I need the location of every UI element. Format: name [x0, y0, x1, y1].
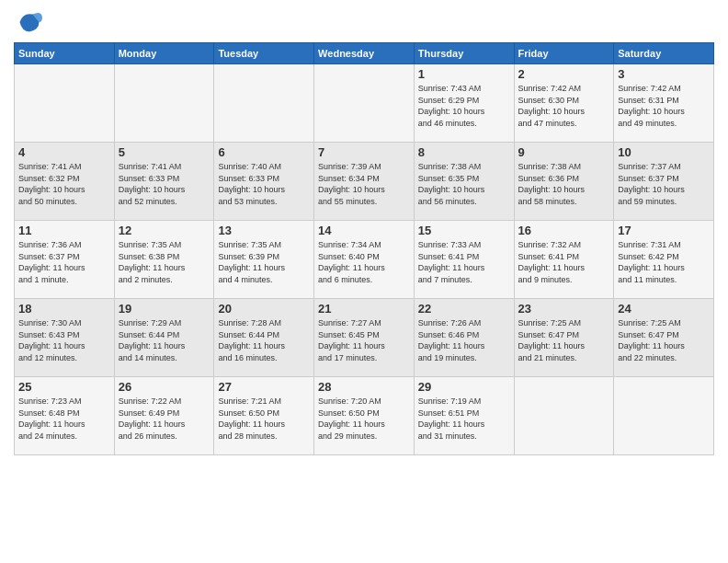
day-info: Sunrise: 7:37 AM Sunset: 6:37 PM Dayligh…: [618, 161, 710, 207]
day-cell: [114, 64, 214, 143]
col-wednesday: Wednesday: [314, 43, 415, 64]
day-info: Sunrise: 7:28 AM Sunset: 6:44 PM Dayligh…: [218, 317, 310, 363]
day-number: 20: [218, 302, 310, 316]
day-info: Sunrise: 7:32 AM Sunset: 6:41 PM Dayligh…: [518, 239, 610, 285]
day-cell: 28Sunrise: 7:20 AM Sunset: 6:50 PM Dayli…: [314, 377, 415, 455]
day-number: 16: [518, 224, 610, 237]
day-number: 7: [318, 145, 410, 159]
day-cell: 1Sunrise: 7:43 AM Sunset: 6:29 PM Daylig…: [414, 64, 514, 143]
calendar-table: Sunday Monday Tuesday Wednesday Thursday…: [14, 42, 714, 455]
day-cell: [514, 377, 614, 455]
day-info: Sunrise: 7:38 AM Sunset: 6:35 PM Dayligh…: [418, 161, 510, 207]
day-number: 1: [418, 67, 510, 81]
day-info: Sunrise: 7:42 AM Sunset: 6:31 PM Dayligh…: [618, 83, 710, 129]
day-info: Sunrise: 7:33 AM Sunset: 6:41 PM Dayligh…: [418, 239, 510, 285]
day-info: Sunrise: 7:40 AM Sunset: 6:33 PM Dayligh…: [218, 161, 310, 207]
day-cell: [214, 64, 314, 143]
week-row-0: 1Sunrise: 7:43 AM Sunset: 6:29 PM Daylig…: [15, 64, 714, 143]
day-number: 22: [418, 302, 510, 316]
day-info: Sunrise: 7:22 AM Sunset: 6:49 PM Dayligh…: [119, 396, 210, 442]
day-cell: 24Sunrise: 7:25 AM Sunset: 6:47 PM Dayli…: [614, 299, 714, 377]
day-info: Sunrise: 7:38 AM Sunset: 6:36 PM Dayligh…: [518, 161, 610, 207]
day-number: 27: [218, 380, 310, 394]
day-info: Sunrise: 7:36 AM Sunset: 6:37 PM Dayligh…: [18, 239, 110, 285]
day-cell: 9Sunrise: 7:38 AM Sunset: 6:36 PM Daylig…: [514, 143, 614, 221]
day-info: Sunrise: 7:39 AM Sunset: 6:34 PM Dayligh…: [318, 161, 410, 207]
day-number: 2: [518, 67, 610, 81]
day-cell: 11Sunrise: 7:36 AM Sunset: 6:37 PM Dayli…: [15, 221, 115, 299]
day-number: 14: [318, 224, 410, 237]
day-info: Sunrise: 7:25 AM Sunset: 6:47 PM Dayligh…: [618, 317, 710, 363]
day-info: Sunrise: 7:20 AM Sunset: 6:50 PM Dayligh…: [318, 396, 410, 442]
day-cell: 18Sunrise: 7:30 AM Sunset: 6:43 PM Dayli…: [15, 299, 115, 377]
day-info: Sunrise: 7:31 AM Sunset: 6:42 PM Dayligh…: [618, 239, 710, 285]
day-info: Sunrise: 7:34 AM Sunset: 6:40 PM Dayligh…: [318, 239, 410, 285]
day-number: 23: [518, 302, 610, 316]
day-cell: [614, 377, 714, 455]
day-cell: 27Sunrise: 7:21 AM Sunset: 6:50 PM Dayli…: [214, 377, 314, 455]
day-cell: 7Sunrise: 7:39 AM Sunset: 6:34 PM Daylig…: [314, 143, 415, 221]
day-cell: 16Sunrise: 7:32 AM Sunset: 6:41 PM Dayli…: [514, 221, 614, 299]
day-info: Sunrise: 7:27 AM Sunset: 6:45 PM Dayligh…: [318, 317, 410, 363]
day-info: Sunrise: 7:19 AM Sunset: 6:51 PM Dayligh…: [418, 396, 510, 442]
col-sunday: Sunday: [15, 43, 115, 64]
day-cell: [15, 64, 115, 143]
week-row-2: 11Sunrise: 7:36 AM Sunset: 6:37 PM Dayli…: [15, 221, 714, 299]
day-number: 25: [18, 380, 110, 394]
day-cell: 13Sunrise: 7:35 AM Sunset: 6:39 PM Dayli…: [214, 221, 314, 299]
day-cell: 22Sunrise: 7:26 AM Sunset: 6:46 PM Dayli…: [414, 299, 514, 377]
day-number: 5: [119, 145, 210, 159]
week-row-3: 18Sunrise: 7:30 AM Sunset: 6:43 PM Dayli…: [15, 299, 714, 377]
day-number: 3: [618, 67, 710, 81]
day-number: 18: [18, 302, 110, 316]
col-friday: Friday: [514, 43, 614, 64]
day-cell: 17Sunrise: 7:31 AM Sunset: 6:42 PM Dayli…: [614, 221, 714, 299]
day-cell: 3Sunrise: 7:42 AM Sunset: 6:31 PM Daylig…: [614, 64, 714, 143]
logo: [14, 9, 42, 35]
day-info: Sunrise: 7:25 AM Sunset: 6:47 PM Dayligh…: [518, 317, 610, 363]
day-number: 11: [18, 224, 110, 237]
day-info: Sunrise: 7:26 AM Sunset: 6:46 PM Dayligh…: [418, 317, 510, 363]
logo-icon: [17, 9, 42, 35]
day-cell: 26Sunrise: 7:22 AM Sunset: 6:49 PM Dayli…: [114, 377, 214, 455]
day-number: 29: [418, 380, 510, 394]
day-number: 28: [318, 380, 410, 394]
day-cell: [314, 64, 415, 143]
day-info: Sunrise: 7:42 AM Sunset: 6:30 PM Dayligh…: [518, 83, 610, 129]
col-monday: Monday: [114, 43, 214, 64]
header: [14, 9, 714, 35]
day-number: 13: [218, 224, 310, 237]
day-number: 15: [418, 224, 510, 237]
day-number: 19: [119, 302, 210, 316]
day-cell: 20Sunrise: 7:28 AM Sunset: 6:44 PM Dayli…: [214, 299, 314, 377]
day-cell: 19Sunrise: 7:29 AM Sunset: 6:44 PM Dayli…: [114, 299, 214, 377]
day-number: 8: [418, 145, 510, 159]
day-number: 17: [618, 224, 710, 237]
day-number: 24: [618, 302, 710, 316]
day-info: Sunrise: 7:43 AM Sunset: 6:29 PM Dayligh…: [418, 83, 510, 129]
page: Sunday Monday Tuesday Wednesday Thursday…: [0, 0, 728, 563]
day-info: Sunrise: 7:35 AM Sunset: 6:38 PM Dayligh…: [119, 239, 210, 285]
day-info: Sunrise: 7:29 AM Sunset: 6:44 PM Dayligh…: [119, 317, 210, 363]
day-number: 6: [218, 145, 310, 159]
day-cell: 12Sunrise: 7:35 AM Sunset: 6:38 PM Dayli…: [114, 221, 214, 299]
day-cell: 10Sunrise: 7:37 AM Sunset: 6:37 PM Dayli…: [614, 143, 714, 221]
day-cell: 4Sunrise: 7:41 AM Sunset: 6:32 PM Daylig…: [15, 143, 115, 221]
day-cell: 2Sunrise: 7:42 AM Sunset: 6:30 PM Daylig…: [514, 64, 614, 143]
day-info: Sunrise: 7:41 AM Sunset: 6:33 PM Dayligh…: [119, 161, 210, 207]
week-row-4: 25Sunrise: 7:23 AM Sunset: 6:48 PM Dayli…: [15, 377, 714, 455]
day-number: 10: [618, 145, 710, 159]
day-cell: 21Sunrise: 7:27 AM Sunset: 6:45 PM Dayli…: [314, 299, 415, 377]
col-tuesday: Tuesday: [214, 43, 314, 64]
day-number: 12: [119, 224, 210, 237]
col-thursday: Thursday: [414, 43, 514, 64]
day-number: 9: [518, 145, 610, 159]
day-number: 4: [18, 145, 110, 159]
header-row: Sunday Monday Tuesday Wednesday Thursday…: [15, 43, 714, 64]
week-row-1: 4Sunrise: 7:41 AM Sunset: 6:32 PM Daylig…: [15, 143, 714, 221]
day-cell: 23Sunrise: 7:25 AM Sunset: 6:47 PM Dayli…: [514, 299, 614, 377]
day-info: Sunrise: 7:21 AM Sunset: 6:50 PM Dayligh…: [218, 396, 310, 442]
day-cell: 6Sunrise: 7:40 AM Sunset: 6:33 PM Daylig…: [214, 143, 314, 221]
day-number: 21: [318, 302, 410, 316]
day-info: Sunrise: 7:35 AM Sunset: 6:39 PM Dayligh…: [218, 239, 310, 285]
